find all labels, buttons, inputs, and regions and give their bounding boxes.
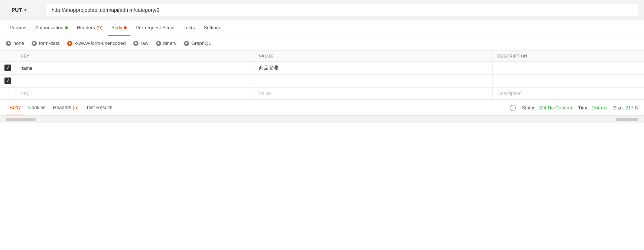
method-chevron-icon: ▾ bbox=[24, 7, 26, 13]
col-header-key: KEY bbox=[16, 51, 254, 62]
url-bar: PUT ▾ bbox=[0, 0, 644, 20]
radio-binary-label: binary bbox=[163, 40, 176, 46]
row2-value-cell[interactable] bbox=[254, 75, 492, 88]
tab-tests-label: Tests bbox=[183, 25, 195, 30]
globe-icon bbox=[510, 105, 516, 111]
radio-x-www-form-urlencoded-circle bbox=[67, 41, 72, 46]
tab-settings[interactable]: Settings bbox=[200, 20, 225, 36]
radio-graphql-label: GraphQL bbox=[191, 40, 211, 46]
scroll-area bbox=[0, 116, 644, 123]
response-info: Status: 204 No Content Time: 154 ms Size… bbox=[510, 105, 638, 111]
bottom-tab-headers[interactable]: Headers (6) bbox=[49, 100, 82, 115]
tab-headers[interactable]: Headers (9) bbox=[73, 20, 106, 36]
placeholder-value-cell[interactable]: Value bbox=[254, 88, 492, 99]
row2-checkbox[interactable]: ✓ bbox=[4, 78, 11, 84]
radio-graphql[interactable]: GraphQL bbox=[184, 40, 211, 46]
row1-checkbox-cell: ✓ bbox=[0, 62, 16, 75]
radio-binary[interactable]: binary bbox=[156, 40, 176, 46]
radio-raw[interactable]: raw bbox=[133, 40, 149, 46]
row1-checkbox[interactable]: ✓ bbox=[4, 65, 11, 71]
authorization-dot bbox=[65, 26, 68, 29]
request-tabs: Params Authorization Headers (9) Body Pr… bbox=[0, 20, 644, 36]
col-header-value: VALUE bbox=[254, 51, 492, 62]
radio-x-www-form-urlencoded-label: x-www-form-urlencoded bbox=[75, 40, 126, 46]
radio-form-data-circle bbox=[32, 41, 37, 46]
params-table: KEY VALUE DESCRIPTION ✓ name 商品管理 bbox=[0, 51, 644, 99]
headers-badge: (9) bbox=[97, 25, 103, 30]
tab-authorization[interactable]: Authorization bbox=[32, 20, 72, 36]
row1-value: 商品管理 bbox=[259, 65, 278, 70]
radio-raw-circle bbox=[133, 41, 139, 46]
row1-description-cell[interactable] bbox=[493, 62, 644, 75]
radio-x-www-form-urlencoded[interactable]: x-www-form-urlencoded bbox=[67, 40, 126, 46]
radio-form-data[interactable]: form-data bbox=[32, 40, 60, 46]
bottom-tab-body-label: Body bbox=[10, 105, 21, 110]
body-dot bbox=[124, 26, 127, 29]
tab-params[interactable]: Params bbox=[6, 20, 30, 36]
row2-description-cell[interactable] bbox=[493, 75, 644, 88]
radio-form-data-label: form-data bbox=[39, 40, 60, 46]
method-label: PUT bbox=[12, 7, 22, 13]
row1-key: name bbox=[20, 65, 33, 71]
time-label: Time: bbox=[578, 105, 590, 111]
tab-pre-request-label: Pre-request Script bbox=[136, 25, 175, 30]
row1-key-cell[interactable]: name bbox=[16, 62, 254, 75]
placeholder-checkbox-cell bbox=[0, 88, 16, 99]
table-row: ✓ bbox=[0, 75, 644, 88]
placeholder-key: Key bbox=[20, 91, 29, 96]
size-info: Size: 217 B bbox=[613, 105, 638, 111]
tab-body[interactable]: Body bbox=[108, 20, 131, 36]
tab-authorization-label: Authorization bbox=[35, 25, 64, 30]
time-info: Time: 154 ms bbox=[578, 105, 607, 111]
params-table-wrapper: KEY VALUE DESCRIPTION ✓ name 商品管理 bbox=[0, 51, 644, 99]
bottom-tab-cookies-label: Cookies bbox=[28, 105, 46, 110]
url-input[interactable] bbox=[47, 4, 638, 16]
radio-none[interactable]: none bbox=[6, 40, 24, 46]
row2-checkbox-cell: ✓ bbox=[0, 75, 16, 88]
status-label: Status: bbox=[522, 105, 537, 111]
row2-checkmark-icon: ✓ bbox=[6, 78, 10, 83]
status-value: 204 No Content bbox=[538, 105, 572, 111]
table-placeholder-row: Key Value Description bbox=[0, 88, 644, 99]
table-row: ✓ name 商品管理 bbox=[0, 62, 644, 75]
scroll-thumb-2[interactable] bbox=[616, 118, 638, 121]
status-info: Status: 204 No Content bbox=[522, 105, 572, 111]
method-selector[interactable]: PUT ▾ bbox=[6, 4, 47, 16]
body-type-row: none form-data x-www-form-urlencoded raw… bbox=[0, 36, 644, 51]
placeholder-description-cell[interactable]: Description bbox=[493, 88, 644, 99]
radio-raw-label: raw bbox=[141, 40, 149, 46]
tab-headers-label: Headers bbox=[77, 25, 95, 30]
col-header-description: DESCRIPTION bbox=[493, 51, 644, 62]
size-value: 217 B bbox=[625, 105, 638, 111]
tab-params-label: Params bbox=[10, 25, 26, 30]
placeholder-value: Value bbox=[259, 91, 271, 96]
bottom-tab-test-results[interactable]: Test Results bbox=[82, 100, 116, 115]
bottom-tab-body[interactable]: Body bbox=[6, 100, 25, 115]
tab-tests[interactable]: Tests bbox=[180, 20, 198, 36]
row2-key-cell[interactable] bbox=[16, 75, 254, 88]
bottom-tab-test-results-label: Test Results bbox=[86, 105, 113, 110]
radio-none-label: none bbox=[13, 40, 24, 46]
radio-binary-circle bbox=[156, 41, 161, 46]
row1-checkmark-icon: ✓ bbox=[6, 65, 10, 70]
time-value: 154 ms bbox=[591, 105, 607, 111]
bottom-tab-headers-label: Headers bbox=[53, 105, 71, 110]
tab-body-label: Body bbox=[111, 25, 123, 30]
size-label: Size: bbox=[613, 105, 624, 111]
radio-graphql-circle bbox=[184, 41, 189, 46]
radio-none-circle bbox=[6, 41, 11, 46]
tab-settings-label: Settings bbox=[204, 25, 221, 30]
row1-value-cell[interactable]: 商品管理 bbox=[254, 62, 492, 75]
bottom-headers-badge: (6) bbox=[73, 105, 79, 110]
bottom-bar: Body Cookies Headers (6) Test Results St… bbox=[0, 100, 644, 116]
bottom-tab-cookies[interactable]: Cookies bbox=[25, 100, 49, 115]
scroll-thumb-1[interactable] bbox=[6, 118, 36, 121]
col-header-checkbox bbox=[0, 51, 16, 62]
placeholder-description: Description bbox=[497, 91, 521, 96]
placeholder-key-cell[interactable]: Key bbox=[16, 88, 254, 99]
tab-pre-request[interactable]: Pre-request Script bbox=[132, 20, 178, 36]
